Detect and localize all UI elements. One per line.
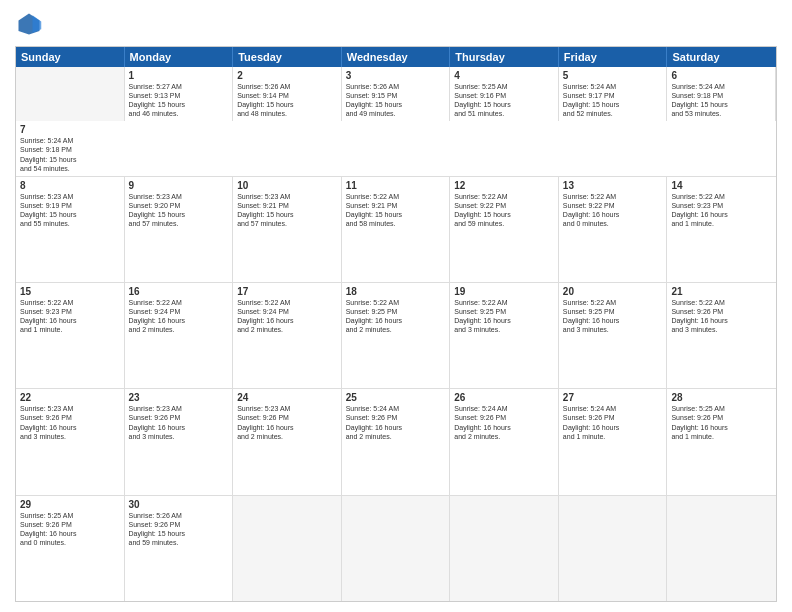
day-info: Sunrise: 5:23 AM Sunset: 9:20 PM Dayligh… — [129, 192, 229, 228]
day-info: Sunrise: 5:26 AM Sunset: 9:26 PM Dayligh… — [129, 511, 229, 547]
day-info: Sunrise: 5:22 AM Sunset: 9:25 PM Dayligh… — [454, 298, 554, 334]
day-cell-23: 23Sunrise: 5:23 AM Sunset: 9:26 PM Dayli… — [125, 389, 234, 494]
day-header-monday: Monday — [125, 47, 234, 67]
day-info: Sunrise: 5:22 AM Sunset: 9:21 PM Dayligh… — [346, 192, 446, 228]
day-number: 10 — [237, 180, 337, 191]
day-number: 11 — [346, 180, 446, 191]
empty-cell-0-0 — [16, 67, 125, 121]
day-number: 14 — [671, 180, 772, 191]
day-cell-24: 24Sunrise: 5:23 AM Sunset: 9:26 PM Dayli… — [233, 389, 342, 494]
day-info: Sunrise: 5:22 AM Sunset: 9:25 PM Dayligh… — [563, 298, 663, 334]
day-cell-26: 26Sunrise: 5:24 AM Sunset: 9:26 PM Dayli… — [450, 389, 559, 494]
day-info: Sunrise: 5:25 AM Sunset: 9:16 PM Dayligh… — [454, 82, 554, 118]
day-cell-16: 16Sunrise: 5:22 AM Sunset: 9:24 PM Dayli… — [125, 283, 234, 388]
day-header-sunday: Sunday — [16, 47, 125, 67]
day-info: Sunrise: 5:22 AM Sunset: 9:24 PM Dayligh… — [237, 298, 337, 334]
day-number: 13 — [563, 180, 663, 191]
day-info: Sunrise: 5:24 AM Sunset: 9:18 PM Dayligh… — [671, 82, 771, 118]
day-number: 3 — [346, 70, 446, 81]
day-number: 12 — [454, 180, 554, 191]
day-info: Sunrise: 5:22 AM Sunset: 9:23 PM Dayligh… — [671, 192, 772, 228]
day-number: 22 — [20, 392, 120, 403]
day-cell-30: 30Sunrise: 5:26 AM Sunset: 9:26 PM Dayli… — [125, 496, 234, 601]
day-number: 17 — [237, 286, 337, 297]
day-cell-28: 28Sunrise: 5:25 AM Sunset: 9:26 PM Dayli… — [667, 389, 776, 494]
calendar-row-3: 22Sunrise: 5:23 AM Sunset: 9:26 PM Dayli… — [16, 388, 776, 494]
day-number: 28 — [671, 392, 772, 403]
day-info: Sunrise: 5:25 AM Sunset: 9:26 PM Dayligh… — [20, 511, 120, 547]
empty-cell-4-6 — [667, 496, 776, 601]
empty-cell-4-3 — [342, 496, 451, 601]
empty-cell-4-2 — [233, 496, 342, 601]
calendar: SundayMondayTuesdayWednesdayThursdayFrid… — [15, 46, 777, 602]
day-info: Sunrise: 5:23 AM Sunset: 9:26 PM Dayligh… — [20, 404, 120, 440]
day-cell-19: 19Sunrise: 5:22 AM Sunset: 9:25 PM Dayli… — [450, 283, 559, 388]
day-header-saturday: Saturday — [667, 47, 776, 67]
day-cell-21: 21Sunrise: 5:22 AM Sunset: 9:26 PM Dayli… — [667, 283, 776, 388]
day-cell-12: 12Sunrise: 5:22 AM Sunset: 9:22 PM Dayli… — [450, 177, 559, 282]
day-number: 7 — [20, 124, 121, 135]
day-cell-7: 7Sunrise: 5:24 AM Sunset: 9:18 PM Daylig… — [16, 121, 125, 175]
day-number: 21 — [671, 286, 772, 297]
day-cell-17: 17Sunrise: 5:22 AM Sunset: 9:24 PM Dayli… — [233, 283, 342, 388]
calendar-row-4: 29Sunrise: 5:25 AM Sunset: 9:26 PM Dayli… — [16, 495, 776, 601]
day-number: 26 — [454, 392, 554, 403]
day-cell-10: 10Sunrise: 5:23 AM Sunset: 9:21 PM Dayli… — [233, 177, 342, 282]
day-info: Sunrise: 5:23 AM Sunset: 9:26 PM Dayligh… — [237, 404, 337, 440]
logo — [15, 10, 47, 38]
day-cell-9: 9Sunrise: 5:23 AM Sunset: 9:20 PM Daylig… — [125, 177, 234, 282]
day-cell-20: 20Sunrise: 5:22 AM Sunset: 9:25 PM Dayli… — [559, 283, 668, 388]
day-cell-14: 14Sunrise: 5:22 AM Sunset: 9:23 PM Dayli… — [667, 177, 776, 282]
day-cell-22: 22Sunrise: 5:23 AM Sunset: 9:26 PM Dayli… — [16, 389, 125, 494]
day-number: 1 — [129, 70, 229, 81]
svg-marker-1 — [33, 15, 42, 33]
day-info: Sunrise: 5:22 AM Sunset: 9:24 PM Dayligh… — [129, 298, 229, 334]
day-cell-25: 25Sunrise: 5:24 AM Sunset: 9:26 PM Dayli… — [342, 389, 451, 494]
day-cell-3: 3Sunrise: 5:26 AM Sunset: 9:15 PM Daylig… — [342, 67, 451, 121]
day-number: 24 — [237, 392, 337, 403]
day-info: Sunrise: 5:23 AM Sunset: 9:19 PM Dayligh… — [20, 192, 120, 228]
day-number: 8 — [20, 180, 120, 191]
calendar-row-2: 15Sunrise: 5:22 AM Sunset: 9:23 PM Dayli… — [16, 282, 776, 388]
day-cell-11: 11Sunrise: 5:22 AM Sunset: 9:21 PM Dayli… — [342, 177, 451, 282]
day-number: 25 — [346, 392, 446, 403]
day-number: 5 — [563, 70, 663, 81]
day-number: 6 — [671, 70, 771, 81]
logo-icon — [15, 10, 43, 38]
day-number: 4 — [454, 70, 554, 81]
day-cell-6: 6Sunrise: 5:24 AM Sunset: 9:18 PM Daylig… — [667, 67, 776, 121]
day-info: Sunrise: 5:24 AM Sunset: 9:26 PM Dayligh… — [454, 404, 554, 440]
day-cell-2: 2Sunrise: 5:26 AM Sunset: 9:14 PM Daylig… — [233, 67, 342, 121]
day-number: 29 — [20, 499, 120, 510]
empty-cell-4-4 — [450, 496, 559, 601]
day-cell-13: 13Sunrise: 5:22 AM Sunset: 9:22 PM Dayli… — [559, 177, 668, 282]
day-info: Sunrise: 5:27 AM Sunset: 9:13 PM Dayligh… — [129, 82, 229, 118]
day-number: 20 — [563, 286, 663, 297]
day-cell-8: 8Sunrise: 5:23 AM Sunset: 9:19 PM Daylig… — [16, 177, 125, 282]
calendar-body: 1Sunrise: 5:27 AM Sunset: 9:13 PM Daylig… — [16, 67, 776, 601]
day-number: 16 — [129, 286, 229, 297]
day-cell-27: 27Sunrise: 5:24 AM Sunset: 9:26 PM Dayli… — [559, 389, 668, 494]
day-info: Sunrise: 5:22 AM Sunset: 9:22 PM Dayligh… — [563, 192, 663, 228]
calendar-row-0: 1Sunrise: 5:27 AM Sunset: 9:13 PM Daylig… — [16, 67, 776, 176]
day-info: Sunrise: 5:22 AM Sunset: 9:25 PM Dayligh… — [346, 298, 446, 334]
page: SundayMondayTuesdayWednesdayThursdayFrid… — [0, 0, 792, 612]
day-header-friday: Friday — [559, 47, 668, 67]
day-header-wednesday: Wednesday — [342, 47, 451, 67]
day-number: 15 — [20, 286, 120, 297]
day-number: 9 — [129, 180, 229, 191]
day-number: 2 — [237, 70, 337, 81]
day-cell-15: 15Sunrise: 5:22 AM Sunset: 9:23 PM Dayli… — [16, 283, 125, 388]
day-header-thursday: Thursday — [450, 47, 559, 67]
day-info: Sunrise: 5:26 AM Sunset: 9:14 PM Dayligh… — [237, 82, 337, 118]
day-info: Sunrise: 5:26 AM Sunset: 9:15 PM Dayligh… — [346, 82, 446, 118]
day-number: 30 — [129, 499, 229, 510]
day-cell-1: 1Sunrise: 5:27 AM Sunset: 9:13 PM Daylig… — [125, 67, 234, 121]
day-info: Sunrise: 5:24 AM Sunset: 9:17 PM Dayligh… — [563, 82, 663, 118]
day-number: 19 — [454, 286, 554, 297]
day-info: Sunrise: 5:22 AM Sunset: 9:23 PM Dayligh… — [20, 298, 120, 334]
day-info: Sunrise: 5:23 AM Sunset: 9:26 PM Dayligh… — [129, 404, 229, 440]
day-cell-4: 4Sunrise: 5:25 AM Sunset: 9:16 PM Daylig… — [450, 67, 559, 121]
calendar-header: SundayMondayTuesdayWednesdayThursdayFrid… — [16, 47, 776, 67]
day-number: 27 — [563, 392, 663, 403]
